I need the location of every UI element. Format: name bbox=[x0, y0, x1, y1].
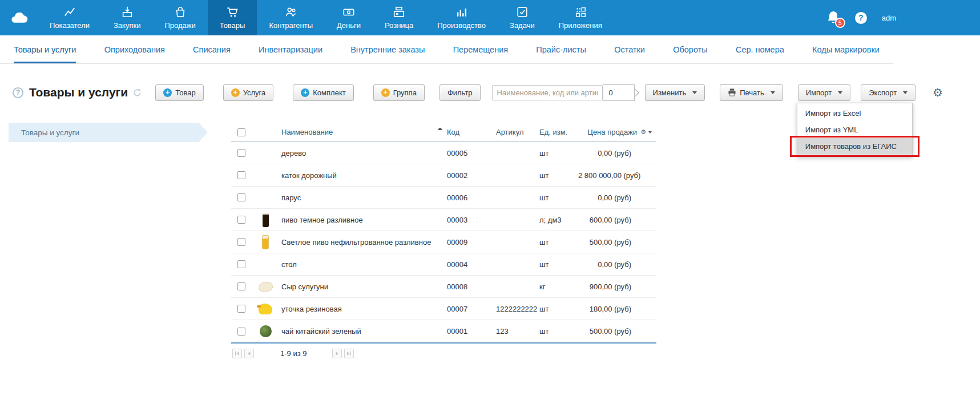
table-row[interactable]: дерево 00005 шт 0,00 (руб) bbox=[231, 142, 656, 164]
row-checkbox[interactable] bbox=[237, 171, 245, 179]
main-menu-item[interactable]: Деньги bbox=[325, 0, 373, 35]
product-name[interactable]: Светлое пиво нефильтрованное разливное bbox=[279, 238, 447, 247]
last-page-button[interactable] bbox=[344, 349, 354, 358]
section-tab[interactable]: Коды маркировки bbox=[812, 35, 880, 63]
section-tab[interactable]: Прайс-листы bbox=[536, 35, 586, 63]
prev-page-button[interactable] bbox=[244, 349, 254, 358]
section-tab[interactable]: Обороты bbox=[673, 35, 708, 63]
main-menu-item[interactable]: Задачи bbox=[498, 0, 547, 35]
create-button[interactable]: + Группа bbox=[373, 84, 425, 101]
main-menu-label: Производство bbox=[437, 21, 486, 30]
main-menu-item[interactable]: Розница bbox=[373, 0, 425, 35]
column-header-name[interactable]: Наименование bbox=[279, 128, 447, 136]
main-menu-item[interactable]: Товары bbox=[208, 0, 257, 35]
table-row[interactable]: стол 00004 шт 0,00 (руб) bbox=[231, 253, 656, 276]
section-tab[interactable]: Сер. номера bbox=[736, 35, 784, 63]
product-name[interactable]: стол bbox=[279, 260, 447, 269]
print-button-label: Печать bbox=[740, 88, 764, 97]
table-row[interactable]: чай китайский зеленый 00001 123 шт 500,0… bbox=[231, 320, 656, 342]
next-page-button[interactable] bbox=[332, 349, 342, 358]
section-tab[interactable]: Товары и услуги bbox=[14, 35, 76, 63]
create-buttons: + Товар + Услуга + Комплект + Группа bbox=[155, 84, 425, 101]
purchases-icon bbox=[121, 6, 134, 18]
product-image bbox=[257, 282, 273, 292]
product-name[interactable]: Сыр сулугуни bbox=[279, 282, 447, 291]
import-menu-item[interactable]: Импорт товаров из ЕГАИС bbox=[797, 138, 912, 155]
import-menu-item[interactable]: Импорт из YML bbox=[797, 122, 912, 138]
column-header-unit[interactable]: Ед. изм. bbox=[539, 128, 578, 136]
product-name[interactable]: пиво темное разливное bbox=[279, 216, 447, 224]
table-row[interactable]: парус 00006 шт 0,00 (руб) bbox=[231, 187, 656, 209]
select-all-checkbox[interactable] bbox=[237, 128, 245, 136]
refresh-icon[interactable] bbox=[133, 88, 142, 97]
product-name[interactable]: чай китайский зеленый bbox=[279, 327, 447, 336]
create-button[interactable]: + Товар bbox=[155, 84, 203, 101]
products-table: Наименование Код Артикул Ед. изм. Цена п… bbox=[231, 123, 656, 358]
column-header-price[interactable]: Цена продажи ⚙ bbox=[578, 128, 656, 136]
create-button[interactable]: + Услуга bbox=[223, 84, 274, 101]
product-name[interactable]: уточка резиновая bbox=[279, 305, 447, 313]
main-menu-item[interactable]: Приложения bbox=[547, 0, 614, 35]
main-menu-item[interactable]: Показатели bbox=[38, 0, 102, 35]
product-code: 00009 bbox=[447, 238, 496, 247]
table-row[interactable]: каток дорожный 00002 шт 2 800 000,00 (ру… bbox=[231, 164, 656, 187]
table-row[interactable]: уточка резиновая 00007 1222222222 шт 180… bbox=[231, 298, 656, 320]
import-button[interactable]: Импорт bbox=[798, 84, 850, 101]
plus-icon: + bbox=[231, 88, 240, 97]
table-row[interactable]: Светлое пиво нефильтрованное разливное 0… bbox=[231, 231, 656, 253]
product-code: 00004 bbox=[447, 260, 496, 269]
table-row[interactable]: пиво темное разливное 00003 л; дм3 600,0… bbox=[231, 209, 656, 231]
product-image bbox=[260, 325, 272, 337]
row-checkbox[interactable] bbox=[237, 216, 245, 224]
product-unit: шт bbox=[539, 171, 578, 180]
product-name[interactable]: каток дорожный bbox=[279, 171, 447, 180]
section-tab[interactable]: Внутренние заказы bbox=[350, 35, 425, 63]
create-button-label: Товар bbox=[175, 88, 195, 97]
row-checkbox[interactable] bbox=[237, 328, 245, 336]
product-name[interactable]: парус bbox=[279, 193, 447, 202]
row-checkbox[interactable] bbox=[237, 260, 245, 268]
user-menu[interactable]: adm bbox=[882, 14, 896, 22]
app-logo[interactable] bbox=[0, 0, 38, 35]
row-checkbox[interactable] bbox=[237, 149, 245, 157]
next-page-icon bbox=[334, 351, 340, 356]
row-checkbox[interactable] bbox=[237, 193, 245, 201]
row-checkbox[interactable] bbox=[237, 238, 245, 246]
search-input[interactable] bbox=[492, 85, 603, 100]
filter-button[interactable]: Фильтр bbox=[439, 84, 481, 101]
change-button[interactable]: Изменить bbox=[645, 84, 705, 101]
settings-gear-icon[interactable]: ⚙ bbox=[933, 87, 943, 98]
product-price: 180,00 (руб) bbox=[578, 305, 656, 313]
column-header-code[interactable]: Код bbox=[447, 128, 496, 136]
main-menu-item[interactable]: Закупки bbox=[102, 0, 152, 35]
product-article: 1222222222 bbox=[496, 305, 539, 313]
page-help-icon[interactable]: ? bbox=[13, 87, 23, 98]
section-tab[interactable]: Инвентаризации bbox=[259, 35, 322, 63]
product-name[interactable]: дерево bbox=[279, 149, 447, 157]
first-page-button[interactable] bbox=[232, 349, 242, 358]
sort-asc-icon bbox=[438, 128, 442, 130]
row-checkbox[interactable] bbox=[237, 305, 245, 313]
create-button-label: Группа bbox=[393, 88, 417, 97]
product-image bbox=[262, 235, 269, 249]
notifications-bell-icon[interactable]: 5 bbox=[826, 10, 840, 25]
column-settings-gear-icon[interactable]: ⚙ bbox=[640, 129, 646, 135]
table-row[interactable]: Сыр сулугуни 00008 кг 900,00 (руб) bbox=[231, 276, 656, 298]
section-tab[interactable]: Перемещения bbox=[453, 35, 508, 63]
main-menu-item[interactable]: Продажи bbox=[152, 0, 207, 35]
export-button[interactable]: Экспорт bbox=[861, 84, 916, 101]
section-tab[interactable]: Остатки bbox=[614, 35, 645, 63]
column-header-article[interactable]: Артикул bbox=[496, 128, 539, 136]
selected-count: 0 bbox=[603, 84, 635, 101]
help-icon[interactable]: ? bbox=[855, 12, 867, 24]
import-menu-item[interactable]: Импорт из Excel bbox=[797, 105, 912, 122]
print-button[interactable]: Печать bbox=[720, 84, 783, 101]
create-button[interactable]: + Комплект bbox=[293, 84, 353, 101]
change-button-label: Изменить bbox=[653, 88, 687, 97]
section-tab[interactable]: Списания bbox=[193, 35, 231, 63]
folder-item[interactable]: Товары и услуги bbox=[9, 123, 199, 142]
main-menu-item[interactable]: Контрагенты bbox=[257, 0, 325, 35]
section-tab[interactable]: Оприходования bbox=[104, 35, 165, 63]
main-menu-item[interactable]: Производство bbox=[425, 0, 498, 35]
row-checkbox[interactable] bbox=[237, 282, 245, 290]
